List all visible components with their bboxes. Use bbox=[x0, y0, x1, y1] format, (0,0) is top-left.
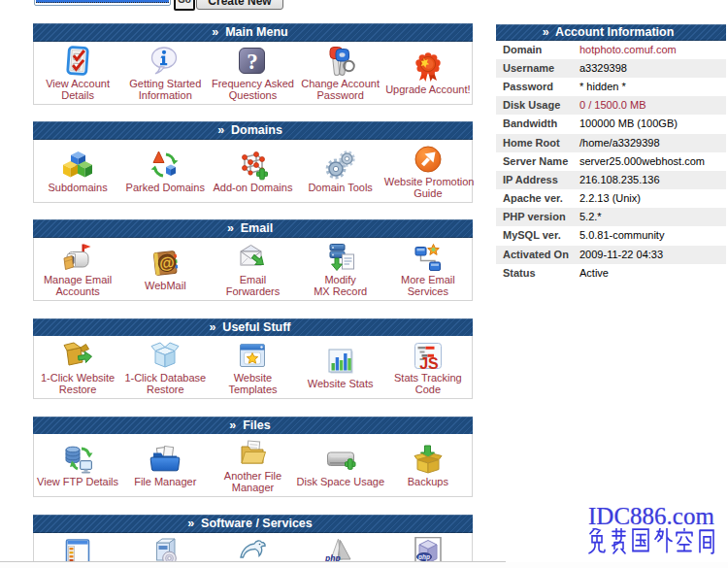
svg-text:JS: JS bbox=[419, 354, 439, 371]
svg-text:php: php bbox=[417, 553, 430, 561]
svg-text:@: @ bbox=[159, 253, 176, 272]
svg-text:?: ? bbox=[248, 50, 259, 74]
